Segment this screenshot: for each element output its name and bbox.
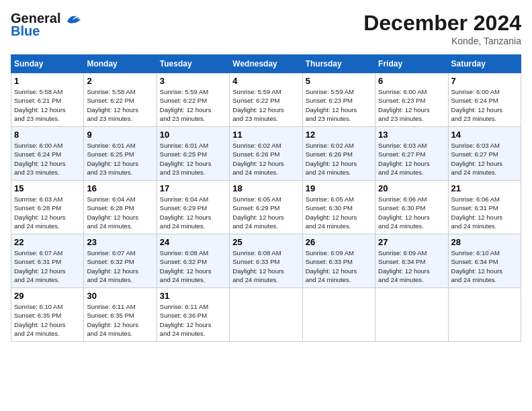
day-info: Sunrise: 5:58 AM Sunset: 6:21 PM Dayligh…: [14, 87, 81, 123]
day-number: 26: [306, 237, 372, 247]
day-number: 11: [232, 130, 299, 140]
calendar-week-row: 8Sunrise: 6:00 AM Sunset: 6:24 PM Daylig…: [11, 127, 521, 181]
calendar-cell: 24Sunrise: 6:08 AM Sunset: 6:32 PM Dayli…: [157, 234, 229, 288]
calendar-week-row: 1Sunrise: 5:58 AM Sunset: 6:21 PM Daylig…: [11, 73, 521, 127]
day-number: 15: [14, 183, 81, 193]
day-number: 27: [378, 237, 445, 247]
logo-blue: Blue: [11, 24, 40, 39]
day-number: 22: [14, 237, 81, 247]
calendar-header-row: SundayMondayTuesdayWednesdayThursdayFrid…: [11, 55, 521, 73]
day-number: 21: [451, 183, 518, 193]
day-info: Sunrise: 6:03 AM Sunset: 6:27 PM Dayligh…: [451, 141, 518, 177]
day-info: Sunrise: 6:07 AM Sunset: 6:32 PM Dayligh…: [87, 248, 153, 284]
calendar-cell: 15Sunrise: 6:03 AM Sunset: 6:28 PM Dayli…: [11, 181, 84, 234]
day-info: Sunrise: 5:59 AM Sunset: 6:22 PM Dayligh…: [232, 87, 299, 123]
day-number: 13: [378, 130, 445, 140]
calendar-cell: 19Sunrise: 6:05 AM Sunset: 6:30 PM Dayli…: [302, 181, 375, 234]
day-number: 20: [378, 183, 445, 193]
day-number: 30: [87, 291, 153, 301]
calendar-week-row: 29Sunrise: 6:10 AM Sunset: 6:35 PM Dayli…: [11, 288, 521, 342]
day-number: 29: [14, 291, 81, 301]
calendar-cell: [302, 288, 375, 342]
calendar-cell: 30Sunrise: 6:11 AM Sunset: 6:35 PM Dayli…: [84, 288, 157, 342]
header-saturday: Saturday: [448, 55, 521, 73]
calendar-cell: 10Sunrise: 6:01 AM Sunset: 6:25 PM Dayli…: [157, 127, 229, 181]
calendar-cell: 26Sunrise: 6:09 AM Sunset: 6:33 PM Dayli…: [302, 234, 375, 288]
calendar-cell: 18Sunrise: 6:05 AM Sunset: 6:29 PM Dayli…: [230, 181, 302, 234]
day-number: 7: [451, 76, 518, 86]
header-sunday: Sunday: [11, 55, 84, 73]
calendar-cell: 11Sunrise: 6:02 AM Sunset: 6:26 PM Dayli…: [230, 127, 302, 181]
calendar-cell: 14Sunrise: 6:03 AM Sunset: 6:27 PM Dayli…: [448, 127, 521, 181]
title-block: December 2024 Konde, Tanzania: [363, 11, 521, 46]
page-header: General Blue December 2024 Konde, Tanzan…: [11, 11, 521, 46]
calendar-table: SundayMondayTuesdayWednesdayThursdayFrid…: [11, 54, 521, 342]
day-info: Sunrise: 6:09 AM Sunset: 6:33 PM Dayligh…: [306, 248, 372, 284]
day-info: Sunrise: 6:10 AM Sunset: 6:34 PM Dayligh…: [451, 248, 518, 284]
calendar-cell: [230, 288, 302, 342]
day-number: 6: [378, 76, 445, 86]
day-info: Sunrise: 6:11 AM Sunset: 6:36 PM Dayligh…: [160, 302, 226, 338]
calendar-cell: 17Sunrise: 6:04 AM Sunset: 6:29 PM Dayli…: [157, 181, 229, 234]
day-info: Sunrise: 6:06 AM Sunset: 6:31 PM Dayligh…: [451, 195, 518, 230]
day-info: Sunrise: 6:11 AM Sunset: 6:35 PM Dayligh…: [87, 302, 153, 338]
day-info: Sunrise: 6:03 AM Sunset: 6:28 PM Dayligh…: [14, 195, 81, 230]
day-info: Sunrise: 6:00 AM Sunset: 6:24 PM Dayligh…: [451, 87, 518, 123]
calendar-cell: 12Sunrise: 6:02 AM Sunset: 6:26 PM Dayli…: [302, 127, 375, 181]
calendar-cell: 8Sunrise: 6:00 AM Sunset: 6:24 PM Daylig…: [11, 127, 84, 181]
day-number: 24: [160, 237, 226, 247]
day-number: 8: [14, 130, 81, 140]
day-info: Sunrise: 6:10 AM Sunset: 6:35 PM Dayligh…: [14, 302, 81, 338]
day-info: Sunrise: 6:05 AM Sunset: 6:30 PM Dayligh…: [306, 195, 372, 230]
day-info: Sunrise: 6:03 AM Sunset: 6:27 PM Dayligh…: [378, 141, 445, 177]
calendar-cell: 3Sunrise: 5:59 AM Sunset: 6:22 PM Daylig…: [157, 73, 229, 127]
calendar-cell: [448, 288, 521, 342]
day-info: Sunrise: 6:07 AM Sunset: 6:31 PM Dayligh…: [14, 248, 81, 284]
day-number: 5: [306, 76, 372, 86]
logo: General Blue: [11, 11, 82, 39]
day-number: 16: [87, 183, 153, 193]
calendar-cell: 5Sunrise: 5:59 AM Sunset: 6:23 PM Daylig…: [302, 73, 375, 127]
day-info: Sunrise: 6:09 AM Sunset: 6:34 PM Dayligh…: [378, 248, 445, 284]
calendar-cell: 21Sunrise: 6:06 AM Sunset: 6:31 PM Dayli…: [448, 181, 521, 234]
header-friday: Friday: [375, 55, 448, 73]
calendar-cell: 4Sunrise: 5:59 AM Sunset: 6:22 PM Daylig…: [230, 73, 302, 127]
day-number: 1: [14, 76, 81, 86]
month-year-title: December 2024: [363, 11, 521, 36]
day-info: Sunrise: 5:59 AM Sunset: 6:22 PM Dayligh…: [160, 87, 226, 123]
day-number: 4: [232, 76, 299, 86]
calendar-cell: [375, 288, 448, 342]
day-number: 14: [451, 130, 518, 140]
location-subtitle: Konde, Tanzania: [363, 36, 521, 46]
calendar-cell: 1Sunrise: 5:58 AM Sunset: 6:21 PM Daylig…: [11, 73, 84, 127]
calendar-cell: 9Sunrise: 6:01 AM Sunset: 6:25 PM Daylig…: [84, 127, 157, 181]
day-number: 17: [160, 183, 226, 193]
day-info: Sunrise: 6:02 AM Sunset: 6:26 PM Dayligh…: [306, 141, 372, 177]
day-number: 9: [87, 130, 153, 140]
day-number: 3: [160, 76, 226, 86]
calendar-cell: 6Sunrise: 6:00 AM Sunset: 6:23 PM Daylig…: [375, 73, 448, 127]
day-number: 10: [160, 130, 226, 140]
day-number: 28: [451, 237, 518, 247]
calendar-cell: 22Sunrise: 6:07 AM Sunset: 6:31 PM Dayli…: [11, 234, 84, 288]
day-number: 19: [306, 183, 372, 193]
day-info: Sunrise: 6:01 AM Sunset: 6:25 PM Dayligh…: [160, 141, 226, 177]
day-info: Sunrise: 6:08 AM Sunset: 6:32 PM Dayligh…: [160, 248, 226, 284]
day-number: 23: [87, 237, 153, 247]
logo-bird-icon: [63, 12, 82, 26]
calendar-cell: 29Sunrise: 6:10 AM Sunset: 6:35 PM Dayli…: [11, 288, 84, 342]
header-monday: Monday: [84, 55, 157, 73]
day-number: 18: [232, 183, 299, 193]
day-info: Sunrise: 6:00 AM Sunset: 6:24 PM Dayligh…: [14, 141, 81, 177]
day-info: Sunrise: 6:05 AM Sunset: 6:29 PM Dayligh…: [232, 195, 299, 230]
calendar-cell: 7Sunrise: 6:00 AM Sunset: 6:24 PM Daylig…: [448, 73, 521, 127]
day-info: Sunrise: 5:58 AM Sunset: 6:22 PM Dayligh…: [87, 87, 153, 123]
day-info: Sunrise: 6:01 AM Sunset: 6:25 PM Dayligh…: [87, 141, 153, 177]
day-info: Sunrise: 6:08 AM Sunset: 6:33 PM Dayligh…: [232, 248, 299, 284]
calendar-cell: 27Sunrise: 6:09 AM Sunset: 6:34 PM Dayli…: [375, 234, 448, 288]
calendar-cell: 23Sunrise: 6:07 AM Sunset: 6:32 PM Dayli…: [84, 234, 157, 288]
day-info: Sunrise: 6:06 AM Sunset: 6:30 PM Dayligh…: [378, 195, 445, 230]
day-info: Sunrise: 6:02 AM Sunset: 6:26 PM Dayligh…: [232, 141, 299, 177]
day-info: Sunrise: 6:00 AM Sunset: 6:23 PM Dayligh…: [378, 87, 445, 123]
header-thursday: Thursday: [302, 55, 375, 73]
